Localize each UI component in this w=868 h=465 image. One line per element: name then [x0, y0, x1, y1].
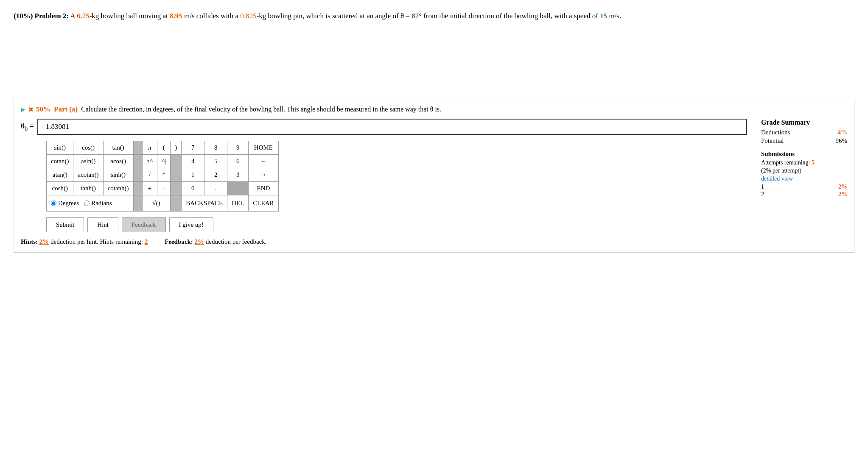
calc-minus[interactable]: -	[157, 182, 171, 195]
give-up-button[interactable]: I give up!	[169, 217, 213, 232]
calc-open-paren[interactable]: (	[157, 141, 171, 155]
calc-cotan[interactable]: cotan()	[47, 155, 73, 168]
calculator: sin() cos() tan() π ( ) 7 8 9 HOME	[46, 141, 747, 212]
right-panel: Grade Summary Deductions 4% Potential 96…	[754, 119, 847, 245]
problem-desc-3: m/s collides with a	[182, 12, 240, 20]
feedback-button[interactable]: Feedback	[122, 217, 165, 232]
detailed-view-anchor[interactable]: detailed view	[761, 175, 793, 182]
calc-3[interactable]: 3	[227, 168, 249, 182]
potential-row: Potential 96%	[761, 137, 847, 145]
play-icon: ▶	[21, 106, 25, 113]
calc-cos[interactable]: cos()	[73, 141, 103, 155]
calc-4[interactable]: 4	[182, 155, 204, 168]
calc-gray-10	[171, 195, 182, 212]
feedback-text: deduction per feedback.	[206, 238, 267, 245]
action-row: Submit Hint Feedback I give up!	[46, 217, 747, 232]
degrees-radio[interactable]	[51, 200, 56, 206]
page-wrapper: (10%) Problem 2: A 6.75-kg bowling ball …	[0, 0, 868, 465]
calc-end[interactable]: END	[249, 182, 278, 195]
input-row: θb =	[21, 119, 747, 135]
calc-gray-6	[133, 182, 142, 195]
calc-pi[interactable]: π	[142, 141, 157, 155]
calc-del[interactable]: DEL	[227, 195, 249, 212]
calc-5[interactable]: 5	[204, 155, 227, 168]
answer-input[interactable]	[37, 119, 747, 135]
calc-sinh[interactable]: sinh()	[103, 168, 133, 182]
hints-info: Hints: 2% deduction per hint. Hints rema…	[21, 238, 148, 245]
calc-acotan[interactable]: acotan()	[73, 168, 103, 182]
calc-star[interactable]: *	[157, 168, 171, 182]
calc-clear[interactable]: CLEAR	[249, 195, 278, 212]
part-section: ▶ ✖ 50% Part (a) Calculate the direction…	[14, 98, 854, 253]
detailed-view-link[interactable]: detailed view	[761, 175, 847, 182]
sub-2-num: 2	[761, 191, 764, 198]
calc-row-2: cotan() asin() acos() ↑^ ^| 4 5 6 ←	[47, 155, 279, 168]
calc-acos[interactable]: acos()	[103, 155, 133, 168]
left-panel: θb = sin() cos() tan() π	[21, 119, 754, 245]
calc-dot[interactable]: .	[204, 182, 227, 195]
sub-1-value: 2%	[838, 184, 847, 190]
calc-atan[interactable]: atan()	[47, 168, 73, 182]
calc-uparrow[interactable]: ↑^	[142, 155, 157, 168]
calc-row-1: sin() cos() tan() π ( ) 7 8 9 HOME	[47, 141, 279, 155]
main-content: θb = sin() cos() tan() π	[21, 119, 847, 245]
calc-slash[interactable]: /	[142, 168, 157, 182]
potential-label: Potential	[761, 137, 784, 145]
hint-button[interactable]: Hint	[87, 217, 118, 232]
ball-speed: 8.95	[170, 12, 182, 20]
sub-1-num: 1	[761, 184, 764, 190]
calc-cotanh[interactable]: cotanh()	[103, 182, 133, 195]
input-label: θb =	[21, 122, 34, 132]
problem-desc-5: ° from the initial direction of the bowl…	[419, 12, 600, 20]
calc-sin[interactable]: sin()	[47, 141, 73, 155]
problem-statement: (10%) Problem 2: A 6.75-kg bowling ball …	[14, 10, 854, 22]
degrees-radio-label[interactable]: Degrees	[51, 200, 79, 207]
calc-8[interactable]: 8	[204, 141, 227, 155]
calc-asin[interactable]: asin()	[73, 155, 103, 168]
calc-gray-2	[133, 155, 142, 168]
calc-backspace-btn[interactable]: BACKSPACE	[182, 195, 227, 212]
calc-close-paren[interactable]: )	[171, 141, 182, 155]
calc-gray-9	[133, 195, 142, 212]
calc-6[interactable]: 6	[227, 155, 249, 168]
deductions-label: Deductions	[761, 129, 790, 136]
calc-right-arrow[interactable]: →	[249, 168, 278, 182]
part-label: Part (a)	[54, 105, 78, 114]
angle-value: 87	[412, 12, 419, 20]
calc-home[interactable]: HOME	[249, 141, 278, 155]
calc-gray-4	[133, 168, 142, 182]
calc-9[interactable]: 9	[227, 141, 249, 155]
calc-2[interactable]: 2	[204, 168, 227, 182]
calc-caret-pipe[interactable]: ^|	[157, 155, 171, 168]
sub-2-value: 2%	[838, 191, 847, 198]
calc-row-4: cosh() tanh() cotanh() + - 0 . END	[47, 182, 279, 195]
problem-desc-2: -kg bowling ball moving at	[90, 12, 170, 20]
problem-desc-4: -kg bowling pin, which is scattered at a…	[256, 12, 412, 20]
calc-sqrt[interactable]: √()	[142, 195, 171, 212]
calc-7[interactable]: 7	[182, 141, 204, 155]
radians-radio-label[interactable]: Radians	[84, 200, 112, 207]
submission-2: 2 2%	[761, 191, 847, 198]
radians-radio[interactable]	[84, 200, 90, 206]
radio-row-cell: Degrees Radians	[47, 195, 134, 212]
ball-mass: 6.75	[77, 12, 90, 20]
submit-button[interactable]: Submit	[46, 217, 84, 232]
part-description: Calculate the direction, in degrees, of …	[81, 106, 441, 113]
feedback-deduction: 2%	[195, 238, 204, 245]
calc-tanh[interactable]: tanh()	[73, 182, 103, 195]
calc-gray-3	[171, 155, 182, 168]
calc-1[interactable]: 1	[182, 168, 204, 182]
calc-cosh[interactable]: cosh()	[47, 182, 73, 195]
calc-backspace[interactable]: ←	[249, 155, 278, 168]
deductions-value: 4%	[838, 129, 848, 136]
calc-0[interactable]: 0	[182, 182, 204, 195]
submissions-title: Submissions	[761, 150, 847, 158]
calc-tan[interactable]: tan()	[103, 141, 133, 155]
feedback-label: Feedback:	[165, 238, 193, 245]
attempts-label: Attempts remaining:	[761, 159, 812, 166]
pin-speed: 15	[600, 12, 607, 20]
calc-plus[interactable]: +	[142, 182, 157, 195]
radians-label: Radians	[91, 200, 112, 207]
part-percentage: 50%	[36, 105, 50, 114]
calc-gray-1	[133, 141, 142, 155]
